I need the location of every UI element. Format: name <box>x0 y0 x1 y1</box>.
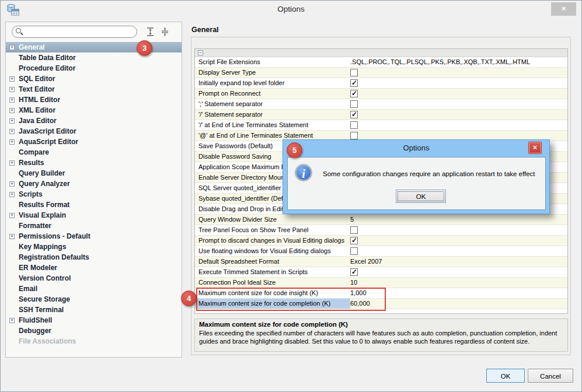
sidebar-item-permissions-default[interactable]: Permissions - Default <box>6 231 182 242</box>
setting-value[interactable]: 5 <box>350 216 354 223</box>
expander-plus-icon[interactable] <box>9 139 15 145</box>
annotation-badge-4: 4 <box>181 290 197 306</box>
setting-row-connection-pool-ideal-size[interactable]: Connection Pool Ideal Size10 <box>195 278 567 288</box>
sidebar-item-procedure-editor[interactable]: Procedure Editor <box>6 63 182 74</box>
sidebar-item-file-associations[interactable]: File Associations <box>6 336 182 346</box>
sidebar-item-label: Registration Defaults <box>19 252 89 262</box>
setting-row-display-server-type[interactable]: Display Server Type <box>195 68 567 78</box>
setting-value[interactable]: 10 <box>350 279 357 286</box>
checkbox-checked-icon[interactable] <box>350 90 358 97</box>
sidebar-item-sql-editor[interactable]: SQL Editor <box>6 74 182 84</box>
collapse-group-icon[interactable] <box>198 50 203 55</box>
expander-plus-icon[interactable] <box>9 97 15 103</box>
checkbox-checked-icon[interactable] <box>350 111 358 118</box>
sidebar-item-label: Results <box>19 158 44 168</box>
expand-all-icon[interactable] <box>145 27 155 37</box>
expander-plus-icon[interactable] <box>9 160 15 166</box>
sidebar-item-javascript-editor[interactable]: JavaScript Editor <box>6 126 182 136</box>
expander-plus-icon[interactable] <box>9 87 15 92</box>
window-title: Options <box>1 5 581 13</box>
sidebar-item-secure-storage[interactable]: Secure Storage <box>6 294 182 304</box>
expander-plus-icon[interactable] <box>9 181 15 187</box>
expander-spacer <box>9 66 15 71</box>
expander-plus-icon[interactable] <box>9 234 15 239</box>
checkbox-checked-icon[interactable] <box>350 79 358 87</box>
sidebar-item-er-modeler[interactable]: ER Modeler <box>6 262 182 273</box>
sidebar-item-key-mappings[interactable]: Key Mappings <box>6 242 182 252</box>
sidebar-item-general[interactable]: General <box>6 42 182 52</box>
sidebar-item-aquascript-editor[interactable]: AquaScript Editor <box>6 136 182 147</box>
expander-plus-icon[interactable] <box>9 129 15 134</box>
sidebar-item-fluidshell[interactable]: FluidShell <box>6 315 182 326</box>
expander-plus-icon[interactable] <box>9 45 15 50</box>
setting-row-prompt-to-discard-changes-in-visual-editing-dialogs[interactable]: Prompt to discard changes in Visual Edit… <box>195 236 567 246</box>
setting-label: Prompt on Reconnect <box>195 89 350 99</box>
checkbox-checked-icon[interactable] <box>350 268 358 276</box>
expander-plus-icon[interactable] <box>9 213 15 218</box>
sidebar-item-visual-explain[interactable]: Visual Explain <box>6 210 182 220</box>
checkbox-unchecked-icon[interactable] <box>350 121 358 129</box>
expander-plus-icon[interactable] <box>9 192 15 197</box>
sidebar-item-ssh-terminal[interactable]: SSH Terminal <box>6 304 182 315</box>
dialog-close-button[interactable]: × <box>528 142 542 154</box>
setting-row-statement-separator[interactable]: ';' Statement separator <box>195 99 567 110</box>
sidebar-item-xml-editor[interactable]: XML Editor <box>6 105 182 116</box>
setting-label: Use floating windows for Visual Editing … <box>195 246 350 256</box>
sidebar-item-results[interactable]: Results <box>6 158 182 168</box>
setting-row-query-window-divider-size[interactable]: Query Window Divider Size5 <box>195 215 567 225</box>
sidebar-item-label: Text Editor <box>19 84 55 94</box>
cancel-button[interactable]: Cancel <box>528 369 573 383</box>
checkbox-checked-icon[interactable] <box>350 237 358 244</box>
collapse-all-icon[interactable] <box>160 27 170 37</box>
expander-spacer <box>9 55 15 61</box>
setting-row-script-file-extensions[interactable]: Script File Extensions.SQL,.PROC,.TQL,.P… <box>195 57 567 68</box>
sidebar-item-label: Permissions - Default <box>19 231 90 242</box>
setting-row-initially-expand-top-level-folder[interactable]: Initially expand top level folder <box>195 78 567 89</box>
sidebar-item-table-data-editor[interactable]: Table Data Editor <box>6 52 182 63</box>
expander-plus-icon[interactable] <box>9 318 15 323</box>
sidebar-item-label: Scripts <box>19 189 43 200</box>
expander-plus-icon[interactable] <box>9 118 15 124</box>
setting-value[interactable]: Excel 2007 <box>350 258 382 265</box>
sidebar-item-label: Debugger <box>19 326 51 336</box>
sidebar-item-label: Table Data Editor <box>19 52 76 63</box>
sidebar-item-java-editor[interactable]: Java Editor <box>6 116 182 126</box>
setting-row-prompt-on-reconnect[interactable]: Prompt on Reconnect <box>195 89 567 99</box>
sidebar-item-version-control[interactable]: Version Control <box>6 273 182 284</box>
sidebar-item-label: HTML Editor <box>19 94 60 105</box>
checkbox-unchecked-icon[interactable] <box>350 132 358 139</box>
sidebar-item-html-editor[interactable]: HTML Editor <box>6 94 182 105</box>
setting-row-tree-panel-focus-on-show-tree-panel[interactable]: Tree Panel Focus on Show Tree Panel <box>195 225 567 236</box>
sidebar-item-query-analyzer[interactable]: Query Analyzer <box>6 178 182 189</box>
sidebar-item-scripts[interactable]: Scripts <box>6 189 182 200</box>
checkbox-unchecked-icon[interactable] <box>350 69 358 76</box>
sidebar-item-formatter[interactable]: Formatter <box>6 220 182 231</box>
setting-value[interactable]: .SQL,.PROC,.TQL,.PLSQL,.PKS,.PKB,.XQB,.T… <box>350 58 530 65</box>
checkbox-unchecked-icon[interactable] <box>350 247 358 255</box>
setting-row-at-end-of-line-terminates-statement[interactable]: '/' at End of Line Terminates Statement <box>195 120 567 131</box>
checkbox-unchecked-icon[interactable] <box>350 226 358 234</box>
search-input[interactable] <box>12 26 137 38</box>
sidebar-item-registration-defaults[interactable]: Registration Defaults <box>6 252 182 262</box>
setting-label: Execute Trimmed Statement in Scripts <box>195 267 350 277</box>
sidebar-item-text-editor[interactable]: Text Editor <box>6 84 182 94</box>
sidebar-item-compare[interactable]: Compare <box>6 147 182 158</box>
expander-spacer <box>9 171 15 176</box>
expander-plus-icon[interactable] <box>9 108 15 113</box>
sidebar-item-query-builder[interactable]: Query Builder <box>6 168 182 178</box>
checkbox-unchecked-icon[interactable] <box>350 100 358 108</box>
window-close-button[interactable]: × <box>551 2 576 16</box>
sidebar-item-email[interactable]: Email <box>6 284 182 294</box>
dialog-ok-button[interactable]: OK <box>396 190 446 203</box>
setting-row-statement-separator[interactable]: '/' Statement separator <box>195 110 567 120</box>
ok-button[interactable]: OK <box>486 369 525 383</box>
description-title: Maximum content size for code completion… <box>199 321 563 328</box>
sidebar-item-debugger[interactable]: Debugger <box>6 326 182 336</box>
sidebar-item-results-format[interactable]: Results Format <box>6 200 182 210</box>
restart-notice-dialog: Options × i Some configuration changes r… <box>283 139 550 214</box>
expander-plus-icon[interactable] <box>9 76 15 82</box>
setting-row-use-floating-windows-for-visual-editing-dialogs[interactable]: Use floating windows for Visual Editing … <box>195 246 567 257</box>
sidebar-item-label: Query Builder <box>19 168 65 178</box>
setting-row-default-spreadsheet-format[interactable]: Default Spreadsheet FormatExcel 2007 <box>195 257 567 267</box>
setting-row-execute-trimmed-statement-in-scripts[interactable]: Execute Trimmed Statement in Scripts <box>195 267 567 278</box>
